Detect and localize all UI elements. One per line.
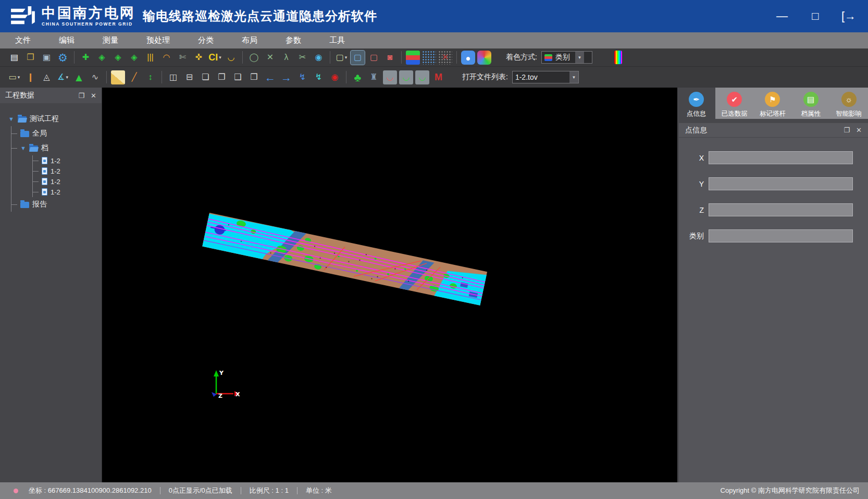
panel-maximize-icon[interactable]: ❐ [844, 126, 850, 134]
tree-node-root[interactable]: ▼ 测试工程 [8, 112, 102, 126]
tab-point-info[interactable]: ✒ 点信息 [677, 88, 715, 119]
y-axis-arrow [214, 370, 219, 376]
clean-brush-icon[interactable] [111, 70, 125, 84]
split-horizontal-icon[interactable]: ⊟ [182, 70, 196, 84]
chevron-down-icon[interactable]: ▼ [575, 52, 584, 63]
menu-layout[interactable]: 布局 [228, 32, 271, 48]
expand-arrow-icon[interactable]: ▼ [20, 145, 26, 151]
polygon-delete-icon[interactable]: ✕ [263, 51, 277, 65]
rect-select-icon[interactable]: ▢ [334, 51, 349, 65]
tab-mark-tower[interactable]: ⚑ 标记塔杆 [753, 88, 791, 119]
view-forward-icon[interactable]: → [279, 70, 293, 84]
spline-edit-icon[interactable]: ∿ [88, 70, 102, 84]
grid-delete-icon[interactable]: ✕ [438, 51, 452, 65]
tab-smart-impact[interactable]: ☼ 智能影响 [830, 88, 868, 119]
menu-params[interactable]: 参数 [271, 32, 315, 48]
menu-measure[interactable]: 测量 [89, 32, 132, 48]
invert-select-icon[interactable]: ◙ [383, 51, 397, 65]
menu-preprocess[interactable]: 预处理 [132, 32, 184, 48]
panel-close-icon[interactable]: ✕ [856, 126, 862, 134]
save-icon[interactable]: ▣ [40, 51, 54, 65]
marker-m-icon[interactable]: M [431, 70, 445, 84]
z-axis-label: Z [218, 393, 222, 399]
menu-edit[interactable]: 编辑 [45, 32, 89, 48]
class-layers-icon[interactable] [406, 51, 420, 65]
viewport-3d[interactable]: Y X Z [102, 88, 677, 482]
open-file-list-select[interactable]: 1-2.tov ▼ [512, 71, 579, 83]
key-add-icon[interactable]: ✜ [192, 51, 206, 65]
split-vertical-icon[interactable]: ◫ [166, 70, 180, 84]
expand-arrow-icon[interactable]: ▼ [8, 116, 15, 122]
tab-selected-data[interactable]: ✔ 已选数据 [715, 88, 753, 119]
tree-file-1-2-4[interactable]: 1-2 [33, 187, 102, 197]
snapshot-camera-icon[interactable] [461, 51, 475, 65]
profile-line-icon[interactable]: ↯ [295, 70, 309, 84]
rect-select-cursor-icon[interactable]: ▢ [351, 51, 365, 65]
point-cloud [202, 213, 487, 306]
visibility-eye-icon[interactable]: ◉ [312, 51, 326, 65]
tab-circle-icon: ☼ [841, 92, 857, 107]
chevron-down-icon[interactable]: ▼ [569, 71, 578, 83]
ellipse-select-icon[interactable]: ◯ [247, 51, 261, 65]
north-arrow-icon[interactable]: ▲ [72, 70, 86, 84]
angle-warning-icon[interactable]: ◬ [40, 70, 54, 84]
open-folder-icon[interactable]: ❒ [23, 51, 38, 65]
span-view-green-icon[interactable]: ◡ [399, 70, 413, 84]
new-file-icon[interactable]: ▤ [7, 51, 21, 65]
cut-points-icon[interactable]: ✂ [295, 51, 309, 65]
menu-file[interactable]: 文件 [1, 32, 45, 48]
clip-outside-icon[interactable]: ◈ [127, 51, 141, 65]
minimize-button[interactable]: — [774, 9, 790, 23]
profile-bars-icon[interactable]: ||| [143, 51, 157, 65]
maximize-button[interactable]: □ [808, 9, 823, 23]
move-tool-icon[interactable]: ✚ [79, 51, 93, 65]
clip-box-icon[interactable]: ◈ [95, 51, 109, 65]
field-input[interactable] [709, 151, 853, 164]
settings-gear-icon[interactable]: ⚙ [56, 51, 70, 65]
paste-window-icon[interactable]: ❒ [247, 70, 261, 84]
ci-classify-icon[interactable]: CI [208, 51, 222, 65]
field-input[interactable] [709, 177, 853, 190]
view-back-icon[interactable]: ← [263, 70, 277, 84]
tree-node-global[interactable]: 全局 [11, 126, 102, 141]
field-input[interactable] [709, 203, 853, 216]
palette-icon[interactable] [477, 51, 491, 65]
locate-pin-icon[interactable]: ◉ [328, 70, 342, 84]
profile-line-alt-icon[interactable]: ↯ [312, 70, 326, 84]
colorbar-icon[interactable] [614, 51, 622, 64]
point-grid-icon[interactable] [422, 51, 436, 65]
panel-close-icon[interactable]: ✕ [91, 92, 96, 100]
panel-maximize-icon[interactable]: ❐ [78, 92, 84, 100]
clip-caliper-icon[interactable]: ✄ [176, 51, 190, 65]
field-input[interactable] [709, 229, 853, 242]
coloring-mode-select[interactable]: 类别 ▼ [541, 51, 592, 64]
toolbar-separator [346, 71, 346, 83]
menu-tools[interactable]: 工具 [315, 32, 359, 48]
vegetation-tree-icon[interactable]: ♣ [351, 70, 365, 84]
new-window-icon[interactable]: ❐ [215, 70, 229, 84]
tree-node-span[interactable]: ▼ 档 [11, 141, 102, 155]
span-view-dual-icon[interactable]: ◡ [415, 70, 429, 84]
tree-file-1-2-3[interactable]: 1-2 [33, 176, 102, 187]
section-curve-icon[interactable]: ◠ [159, 51, 173, 65]
viewport-canvas[interactable]: Y X Z [102, 88, 677, 482]
tab-span-props[interactable]: ▤ 档属性 [792, 88, 830, 119]
clip-inside-icon[interactable]: ◈ [111, 51, 125, 65]
span-view-red-icon[interactable]: ◡ [383, 70, 397, 84]
tree-node-report[interactable]: 报告 [11, 197, 102, 212]
tree-file-1-2-2[interactable]: 1-2 [33, 166, 102, 176]
menu-classify[interactable]: 分类 [184, 32, 228, 48]
tower-icon[interactable]: ♜ [367, 70, 381, 84]
cascade-windows-icon[interactable]: ❏ [199, 70, 213, 84]
catenary-icon[interactable]: ◡ [224, 51, 238, 65]
tree-file-1-2-1[interactable]: 1-2 [33, 155, 102, 166]
ruler-vertical-icon[interactable]: ❙ [23, 70, 38, 84]
section-spacing-icon[interactable]: ↕ [143, 70, 157, 84]
view-mode-icon[interactable]: ▭ [7, 70, 21, 84]
exit-button[interactable]: [→ [841, 9, 857, 23]
lasso-select-icon[interactable]: ▢ [367, 51, 381, 65]
copy-window-icon[interactable]: ❑ [231, 70, 245, 84]
ruler-diagonal-icon[interactable]: ╱ [127, 70, 141, 84]
point-pick-icon[interactable]: λ [279, 51, 293, 65]
angle-measure-icon[interactable]: ∡ [56, 70, 70, 84]
